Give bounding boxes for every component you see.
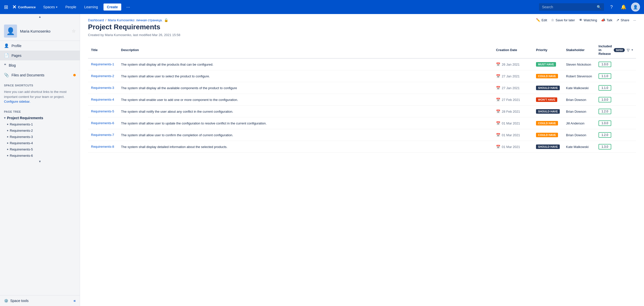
- more-nav-button[interactable]: ···: [124, 4, 132, 11]
- requirement-link[interactable]: Requirements-6: [91, 121, 115, 125]
- date-value: 01 Mar 2021: [502, 121, 520, 125]
- tree-item-parent[interactable]: ▾ Project Requirements: [0, 115, 80, 121]
- bullet-icon: [7, 155, 8, 156]
- requirements-table: Title Description Creation Date Priority…: [88, 42, 636, 153]
- requirement-link[interactable]: Requirements-4: [91, 97, 115, 102]
- cell-stakeholder: Brian Dowson: [563, 129, 596, 141]
- create-button[interactable]: Create: [104, 4, 122, 11]
- main-layout: ▲ 👤 Maria Kurnosenko ☆ 👤 Profile 📄 Pages…: [0, 14, 644, 306]
- edit-button[interactable]: ✏️ Edit: [536, 18, 547, 22]
- space-tools-button[interactable]: ⚙️ Space tools «: [0, 295, 80, 306]
- search-box[interactable]: 🔍: [539, 3, 604, 11]
- requirement-link[interactable]: Requirements-7: [91, 133, 115, 137]
- bullet-icon: [7, 136, 8, 137]
- sidebar-item-pages[interactable]: 📄 Pages: [0, 51, 80, 60]
- configure-sidebar-link[interactable]: Configure sidebar.: [4, 100, 30, 103]
- calendar-icon: 📅: [496, 109, 500, 113]
- favorite-star-icon[interactable]: ☆: [72, 28, 76, 34]
- requirement-link[interactable]: Requirements-5: [91, 109, 115, 114]
- learning-nav[interactable]: Learning: [82, 4, 100, 11]
- cell-priority: SHOULD HAVE: [533, 82, 563, 94]
- date-value: 27 Jan 2021: [502, 74, 520, 78]
- table-row: Requirements-5 The system shall notify t…: [88, 106, 636, 117]
- requirement-link[interactable]: Requirements-3: [91, 86, 115, 90]
- confluence-logo[interactable]: ✕ Confluence: [12, 4, 36, 10]
- breadcrumb: Dashboard / Maria Kurnosenko: личная стр…: [88, 18, 168, 22]
- sidebar-collapse-icon[interactable]: «: [74, 298, 76, 303]
- profile-icon: 👤: [4, 43, 9, 48]
- cell-title: Requirements-4: [88, 94, 118, 106]
- cell-priority: SHOULD HAVE: [533, 141, 563, 153]
- cell-release: 1.1.0: [596, 82, 636, 94]
- requirement-link[interactable]: Requirements-2: [91, 74, 115, 78]
- priority-badge: SHOULD HAVE: [536, 109, 560, 114]
- table-row: Requirements-1 The system shall display …: [88, 58, 636, 70]
- tree-item-req4[interactable]: Requirements-4: [0, 140, 80, 146]
- priority-badge: SHOULD HAVE: [536, 144, 560, 149]
- eye-icon: 👁: [579, 18, 582, 22]
- cell-release: 1.2.0: [596, 106, 636, 117]
- calendar-icon: 📅: [496, 133, 500, 137]
- lock-icon: 🔒: [164, 18, 168, 22]
- breadcrumb-dashboard[interactable]: Dashboard: [88, 18, 104, 22]
- grid-icon[interactable]: ⊞: [4, 4, 8, 10]
- requirement-link[interactable]: Requirements-8: [91, 144, 115, 149]
- cell-title: Requirements-6: [88, 117, 118, 129]
- cell-date: 📅 27 Feb 2021: [493, 94, 533, 106]
- sidebar: ▲ 👤 Maria Kurnosenko ☆ 👤 Profile 📄 Pages…: [0, 14, 80, 306]
- tree-item-req3[interactable]: Requirements-3: [0, 134, 80, 140]
- people-nav[interactable]: People: [63, 4, 79, 11]
- share-button[interactable]: ↗ Share: [616, 18, 629, 22]
- cell-description: The system shall notify the user about a…: [118, 106, 493, 117]
- save-for-later-button[interactable]: ☆ Save for later: [551, 18, 575, 22]
- th-release: Included in Release 50/50 ▽ ▾: [596, 42, 636, 58]
- files-icon: 📎: [4, 73, 9, 77]
- calendar-icon: 📅: [496, 121, 500, 125]
- tree-item-req2[interactable]: Requirements-2: [0, 127, 80, 134]
- notifications-button[interactable]: 🔔: [619, 3, 628, 12]
- talk-button[interactable]: 📣 Talk: [601, 18, 612, 22]
- requirements-table-container: Title Description Creation Date Priority…: [80, 42, 644, 163]
- filter-icon[interactable]: ▽: [627, 48, 630, 52]
- cell-date: 📅 26 Jan 2021: [493, 58, 533, 70]
- cell-title: Requirements-1: [88, 58, 118, 70]
- search-input[interactable]: [542, 5, 595, 9]
- cell-stakeholder: Kate Malkowski: [563, 82, 596, 94]
- priority-badge: MUST HAVE: [536, 62, 556, 67]
- sidebar-item-files[interactable]: 📎 Files and Documents: [0, 70, 80, 80]
- date-value: 27 Jan 2021: [502, 86, 520, 90]
- spaces-menu[interactable]: Spaces ▾: [41, 4, 60, 11]
- megaphone-icon: 📣: [601, 18, 605, 22]
- sidebar-scroll-down: ▼: [0, 159, 80, 164]
- help-button[interactable]: ?: [607, 3, 616, 12]
- priority-badge: COULD HAVE: [536, 74, 558, 78]
- cell-description: The system shall display all the availab…: [118, 82, 493, 94]
- cell-date: 📅 28 Feb 2021: [493, 106, 533, 117]
- calendar-icon: 📅: [496, 86, 500, 90]
- release-badge: 1.0.0: [598, 62, 611, 67]
- table-row: Requirements-3 The system shall display …: [88, 82, 636, 94]
- sidebar-item-blog[interactable]: ❝ Blog: [0, 60, 80, 70]
- table-row: Requirements-7 The system shall allow us…: [88, 129, 636, 141]
- th-stakeholder: Stakeholder: [563, 42, 596, 58]
- calendar-icon: 📅: [496, 62, 500, 66]
- th-priority: Priority: [533, 42, 563, 58]
- more-actions-button[interactable]: ···: [633, 18, 636, 22]
- pages-icon: 📄: [4, 53, 9, 58]
- sidebar-item-profile[interactable]: 👤 Profile: [0, 41, 80, 51]
- chevron-down-icon[interactable]: ▾: [632, 48, 633, 52]
- cell-release: 1.3.0: [596, 141, 636, 153]
- requirement-link[interactable]: Requirements-1: [91, 62, 115, 67]
- watching-button[interactable]: 👁 Watching: [579, 18, 597, 22]
- cell-title: Requirements-7: [88, 129, 118, 141]
- tree-item-req5[interactable]: Requirements-5: [0, 146, 80, 152]
- tree-item-req6[interactable]: Requirements-6: [0, 152, 80, 159]
- tree-item-req1[interactable]: Requirements-1: [0, 121, 80, 127]
- cell-priority: COULD HAVE: [533, 129, 563, 141]
- breadcrumb-page[interactable]: Maria Kurnosenko: личная страница.: [108, 18, 162, 22]
- share-icon: ↗: [616, 18, 619, 22]
- user-avatar[interactable]: 👤: [631, 3, 640, 12]
- date-value: 28 Feb 2021: [502, 110, 520, 113]
- priority-badge: COULD HAVE: [536, 121, 558, 125]
- cell-release: 1.0.0: [596, 94, 636, 106]
